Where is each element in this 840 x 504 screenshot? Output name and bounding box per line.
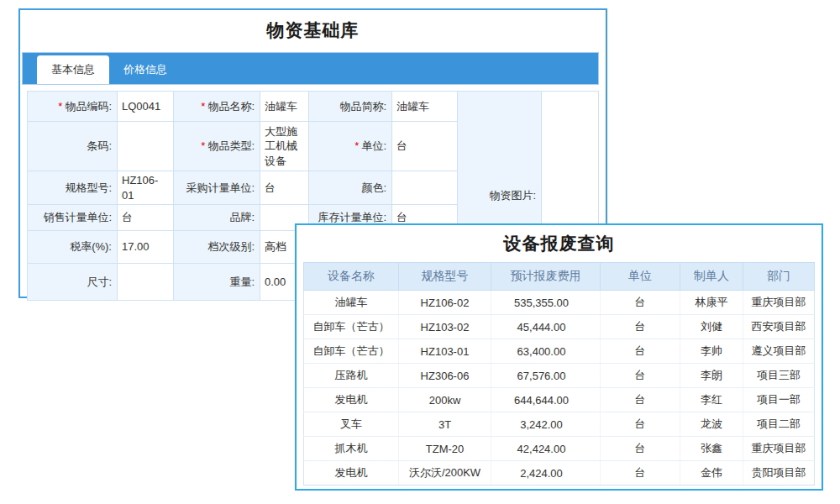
sales-unit-label: 销售计量单位:: [28, 205, 118, 231]
spec-model-cell: 200kw: [399, 388, 491, 412]
department-cell: 项目三部: [743, 364, 815, 388]
field-label-text: 税率(%):: [70, 240, 112, 253]
creator-link[interactable]: 李帅: [680, 339, 743, 364]
unit-cell: 台: [601, 461, 680, 486]
spec-model-cell: 沃尔沃/200KW: [399, 461, 491, 486]
creator-link[interactable]: 李红: [680, 388, 743, 412]
page-title: 物资基础库: [20, 18, 606, 42]
scrap-cost-cell: 3,242.00: [491, 412, 601, 437]
creator-link[interactable]: 金伟: [680, 461, 743, 486]
color-value: [392, 171, 458, 205]
scrap-cost-cell: 67,576.00: [491, 364, 601, 388]
item-name-label: *物品名称:: [174, 92, 260, 122]
spec-model-cell: HZ103-01: [399, 339, 491, 364]
field-label-text: 物品简称:: [339, 100, 386, 113]
unit-cell: 台: [601, 412, 680, 437]
creator-link[interactable]: 刘健: [680, 315, 743, 339]
unit-cell: 台: [601, 437, 680, 461]
item-code-value: LQ0041: [118, 92, 174, 122]
col-header-spec-model: 规格型号: [399, 263, 491, 291]
field-label-text: 物品编码:: [65, 100, 112, 113]
table-row: 自卸车（芒古） HZ103-02 45,444.00 台 刘健 西安项目部: [304, 315, 815, 339]
item-type-value: 大型施工机械设备: [260, 122, 309, 171]
col-header-department: 部门: [743, 263, 815, 291]
scrap-cost-cell: 42,424.00: [491, 437, 601, 461]
unit-value: 台: [392, 122, 458, 171]
item-shortname-label: 物品简称:: [309, 92, 392, 122]
required-marker: *: [58, 100, 62, 113]
tax-rate-value: 17.00: [118, 231, 174, 264]
field-label-text: 规格型号:: [65, 181, 112, 194]
table-row: 叉车 3T 3,242.00 台 龙波 项目二部: [304, 412, 815, 437]
unit-cell: 台: [601, 291, 680, 315]
brand-label: 品牌:: [174, 205, 260, 231]
field-label-text: 重量:: [229, 276, 255, 288]
field-label-text: 物品名称:: [207, 100, 255, 113]
creator-link[interactable]: 李朗: [680, 364, 743, 388]
scrap-query-table: 设备名称 规格型号 预计报废费用 单位 制单人 部门 油罐车 HZ106-02 …: [303, 262, 815, 486]
field-label-text: 库存计量单位:: [318, 211, 386, 223]
field-label-text: 采购计量单位:: [186, 181, 255, 194]
creator-link[interactable]: 张鑫: [680, 437, 743, 461]
item-shortname-value: 油罐车: [392, 92, 458, 122]
spec-model-cell: HZ306-06: [399, 364, 491, 388]
field-label-text: 单位:: [361, 139, 386, 152]
table-row: 发电机 200kw 644,644.00 台 李红 项目一部: [304, 388, 815, 412]
spec-model-cell: 3T: [399, 412, 491, 437]
unit-cell: 台: [601, 339, 680, 364]
col-header-scrap-cost: 预计报废费用: [491, 263, 601, 291]
equipment-scrap-panel: 设备报废查询 设备名称 规格型号 预计报废费用 单位 制单人 部门 油罐车 HZ…: [295, 223, 823, 491]
device-name-link[interactable]: 发电机: [304, 388, 399, 412]
col-header-unit: 单位: [601, 263, 680, 291]
col-header-device-name: 设备名称: [304, 263, 399, 291]
tab-basic-info[interactable]: 基本信息: [37, 55, 109, 84]
device-name-link[interactable]: 压路机: [304, 364, 399, 388]
unit-cell: 台: [601, 364, 680, 388]
scrap-cost-cell: 535,355.00: [491, 291, 601, 315]
table-row: 压路机 HZ306-06 67,576.00 台 李朗 项目三部: [304, 364, 815, 388]
device-name-link[interactable]: 油罐车: [304, 291, 399, 315]
creator-link[interactable]: 龙波: [680, 412, 743, 437]
weight-label: 重量:: [174, 264, 260, 301]
purchase-unit-label: 采购计量单位:: [174, 171, 260, 205]
department-cell: 项目二部: [743, 412, 815, 437]
purchase-unit-value: 台: [260, 171, 309, 205]
device-name-link[interactable]: 叉车: [304, 412, 399, 437]
size-label: 尺寸:: [28, 264, 118, 301]
spec-model-cell: HZ103-02: [399, 315, 491, 339]
required-marker: *: [354, 139, 359, 152]
department-cell: 西安项目部: [743, 315, 815, 339]
color-label: 颜色:: [309, 171, 392, 205]
spec-model-value: HZ106-01: [118, 171, 174, 205]
scrap-cost-cell: 63,400.00: [491, 339, 601, 364]
tab-bar: 基本信息 价格信息: [22, 52, 599, 85]
grade-level-label: 档次级别:: [174, 231, 260, 264]
scrap-cost-cell: 644,644.00: [491, 388, 601, 412]
field-label-text: 品牌:: [229, 211, 255, 223]
table-row: 抓木机 TZM-20 42,424.00 台 张鑫 重庆项目部: [304, 437, 815, 461]
field-label-text: 条码:: [87, 139, 112, 152]
device-name-link[interactable]: 发电机: [304, 461, 399, 486]
scrap-cost-cell: 2,424.00: [491, 461, 601, 486]
table-row: 自卸车（芒古） HZ103-01 63,400.00 台 李帅 遵义项目部: [304, 339, 815, 364]
query-title: 设备报废查询: [297, 232, 822, 255]
form-row: *物品编码: LQ0041 *物品名称: 油罐车 物品简称: 油罐车 物资图片:: [28, 92, 599, 122]
spec-model-label: 规格型号:: [28, 171, 118, 205]
spec-model-cell: TZM-20: [399, 437, 491, 461]
tab-price-info[interactable]: 价格信息: [109, 55, 181, 84]
creator-link[interactable]: 林康平: [680, 291, 743, 315]
size-value: [118, 264, 174, 301]
unit-label: *单位:: [309, 122, 392, 171]
sales-unit-value: 台: [118, 205, 174, 231]
department-cell: 贵阳项目部: [743, 461, 815, 486]
device-name-link[interactable]: 自卸车（芒古）: [304, 339, 399, 364]
field-label-text: 档次级别:: [207, 240, 255, 253]
department-cell: 重庆项目部: [743, 437, 815, 461]
item-type-label: *物品类型:: [174, 122, 260, 171]
device-name-link[interactable]: 自卸车（芒古）: [304, 315, 399, 339]
device-name-link[interactable]: 抓木机: [304, 437, 399, 461]
field-label-text: 销售计量单位:: [43, 211, 112, 223]
unit-cell: 台: [601, 388, 680, 412]
department-cell: 遵义项目部: [743, 339, 815, 364]
field-label-text: 颜色:: [361, 181, 386, 194]
